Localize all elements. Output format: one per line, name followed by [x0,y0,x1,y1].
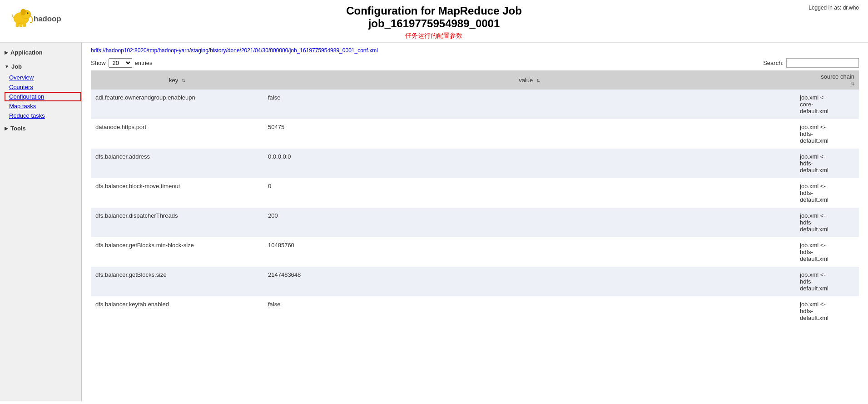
sidebar-tools-section: ▶ Tools [0,122,81,135]
table-row: dfs.balancer.dispatcherThreads200job.xml… [91,208,859,237]
header-subtitle: 任务运行的配置参数 [346,32,522,40]
value-sort-icon[interactable]: ⇅ [536,78,540,83]
source-sort-icon[interactable]: ⇅ [851,81,854,86]
cell-source: job.xml <- hdfs- default.xml [795,149,859,178]
cell-value: false [263,296,795,326]
hadoop-logo: hadoop [9,5,64,30]
header-title: Configuration for MapReduce Job job_1619… [346,5,522,40]
entries-select[interactable]: 20 10 50 100 [109,58,132,68]
cell-key: datanode.https.port [91,119,263,149]
entries-label: entries [135,60,153,66]
col-key-label: key [169,77,178,84]
table-row: dfs.balancer.getBlocks.size2147483648job… [91,267,859,296]
key-sort-icon[interactable]: ⇅ [182,78,185,83]
configuration-link[interactable]: Configuration [9,93,44,100]
cell-source: job.xml <- hdfs- default.xml [795,237,859,267]
cell-source: job.xml <- hdfs- default.xml [795,119,859,149]
svg-rect-6 [20,23,22,27]
svg-point-2 [20,9,26,15]
cell-source: job.xml <- hdfs- default.xml [795,178,859,208]
job-label: Job [11,63,22,70]
col-key-header[interactable]: key ⇅ [91,70,263,90]
logged-in-label: Logged in as: dr.who [808,5,859,11]
sidebar-job-header[interactable]: ▼ Job [0,60,81,73]
cell-key: dfs.balancer.dispatcherThreads [91,208,263,237]
search-label: Search: [763,60,784,66]
cell-key: dfs.balancer.getBlocks.size [91,267,263,296]
cell-key: dfs.balancer.block-move.timeout [91,178,263,208]
sidebar-job-items: Overview Counters Configuration Map task… [0,73,81,120]
cell-key: adl.feature.ownerandgroup.enableupn [91,90,263,119]
col-value-header[interactable]: value ⇅ [263,70,795,90]
table-controls: Show 20 10 50 100 entries Search: [91,58,859,68]
cell-value: 10485760 [263,237,795,267]
sidebar-application-section: ▶ Application [0,46,81,59]
cell-key: dfs.balancer.address [91,149,263,178]
map-tasks-link[interactable]: Map tasks [9,103,36,110]
sidebar-item-configuration[interactable]: Configuration [5,92,81,101]
header: hadoop Configuration for MapReduce Job j… [0,0,868,43]
cell-source: job.xml <- hdfs- default.xml [795,267,859,296]
table-row: dfs.balancer.keytab.enabledfalsejob.xml … [91,296,859,326]
search-area: Search: [763,58,859,68]
svg-rect-5 [16,23,19,27]
cell-value: 50475 [263,119,795,149]
tools-arrow-icon: ▶ [5,126,8,131]
reduce-tasks-link[interactable]: Reduce tasks [9,112,45,119]
cell-value: 0.0.0.0:0 [263,149,795,178]
search-input[interactable] [786,58,859,68]
application-label: Application [10,49,43,56]
cell-source: job.xml <- hdfs- default.xml [795,296,859,326]
show-entries-control: Show 20 10 50 100 entries [91,58,153,68]
cell-source: job.xml <- core- default.xml [795,90,859,119]
conf-path-link[interactable]: hdfs://hadoop102:8020/tmp/hadoop-yarn/st… [91,47,859,54]
table-row: dfs.balancer.address0.0.0.0:0job.xml <- … [91,149,859,178]
cell-value: false [263,90,795,119]
table-header-row: key ⇅ value ⇅ source chain ⇅ [91,70,859,90]
sidebar-application-header[interactable]: ▶ Application [0,46,81,59]
col-source-label: source chain [821,73,854,80]
cell-value: 2147483648 [263,267,795,296]
table-row: dfs.balancer.getBlocks.min-block-size104… [91,237,859,267]
col-source-header[interactable]: source chain ⇅ [795,70,859,90]
cell-value: 0 [263,178,795,208]
overview-link[interactable]: Overview [9,74,34,81]
cell-key: dfs.balancer.getBlocks.min-block-size [91,237,263,267]
table-row: adl.feature.ownerandgroup.enableupnfalse… [91,90,859,119]
sidebar-item-overview[interactable]: Overview [5,73,81,82]
application-arrow-icon: ▶ [5,50,8,55]
col-value-label: value [519,77,533,84]
tools-label: Tools [10,125,26,132]
sidebar-item-reduce-tasks[interactable]: Reduce tasks [5,111,81,120]
table-row: dfs.balancer.block-move.timeout0job.xml … [91,178,859,208]
sidebar-job-section: ▼ Job Overview Counters Configuration Ma… [0,60,81,120]
sidebar: ▶ Application ▼ Job Overview Counters Co… [0,43,82,401]
svg-point-4 [28,13,28,13]
svg-text:hadoop: hadoop [34,15,61,23]
layout: ▶ Application ▼ Job Overview Counters Co… [0,43,868,401]
sidebar-item-counters[interactable]: Counters [5,82,81,92]
job-arrow-icon: ▼ [5,64,9,69]
svg-point-3 [27,12,29,14]
sidebar-item-map-tasks[interactable]: Map tasks [5,101,81,111]
show-label: Show [91,60,106,66]
main-content: hdfs://hadoop102:8020/tmp/hadoop-yarn/st… [82,43,868,401]
cell-key: dfs.balancer.keytab.enabled [91,296,263,326]
table-row: datanode.https.port50475job.xml <- hdfs-… [91,119,859,149]
svg-rect-7 [23,23,26,27]
counters-link[interactable]: Counters [9,84,33,90]
table-body: adl.feature.ownerandgroup.enableupnfalse… [91,90,859,326]
sidebar-tools-header[interactable]: ▶ Tools [0,122,81,135]
logo-area: hadoop [9,5,64,30]
title-line2: job_1619775954989_0001 [368,17,500,30]
config-table: key ⇅ value ⇅ source chain ⇅ adl.f [91,70,859,326]
cell-source: job.xml <- hdfs- default.xml [795,208,859,237]
cell-value: 200 [263,208,795,237]
title-line1: Configuration for MapReduce Job [346,5,522,17]
